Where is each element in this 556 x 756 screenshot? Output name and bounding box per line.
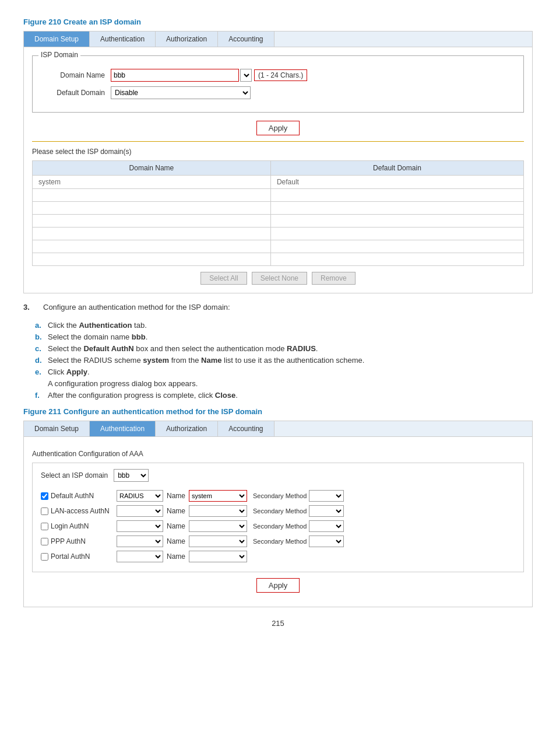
sub-step-f: f. After the configuration progress is c… bbox=[35, 391, 533, 400]
isp-domain-dropdown[interactable]: bbb bbox=[114, 469, 149, 482]
tab-domain-setup-2[interactable]: Domain Setup bbox=[24, 421, 90, 436]
figure-210-panel: Domain Setup Authentication Authorizatio… bbox=[23, 31, 533, 293]
figure-211-title: Figure 211 Configure an authentication m… bbox=[23, 407, 533, 416]
sub-step-e-indent: A configuration progress dialog box appe… bbox=[35, 379, 533, 388]
lan-authn-name[interactable] bbox=[189, 505, 247, 517]
figure-210-title: Figure 210 Create an ISP domain bbox=[23, 18, 533, 26]
secondary-method-label-login: Secondary Method bbox=[253, 523, 307, 530]
secondary-method-select-default[interactable] bbox=[309, 490, 344, 502]
domain-name-select[interactable]: ▼ bbox=[240, 69, 252, 82]
ppp-authn-method[interactable] bbox=[117, 536, 163, 547]
select-none-button[interactable]: Select None bbox=[252, 272, 307, 285]
secondary-method-label-default: Secondary Method bbox=[253, 492, 307, 499]
table-row bbox=[33, 202, 524, 215]
default-authn-checkbox[interactable] bbox=[41, 492, 48, 500]
default-domain-select[interactable]: Disable bbox=[111, 86, 251, 99]
tab-accounting-2[interactable]: Accounting bbox=[218, 421, 274, 436]
tab-authentication-2[interactable]: Authentication bbox=[90, 421, 156, 436]
lan-authn-method[interactable] bbox=[117, 505, 163, 517]
remove-button[interactable]: Remove bbox=[312, 272, 356, 285]
sub-step-b: b. Select the domain name bbb. bbox=[35, 332, 533, 341]
secondary-method-select-login[interactable] bbox=[309, 520, 344, 532]
page-number: 215 bbox=[23, 619, 533, 628]
figure-211-tabs: Domain Setup Authentication Authorizatio… bbox=[24, 421, 532, 437]
auth-row-portal: Portal AuthN Name bbox=[41, 551, 515, 562]
tab-authorization-1[interactable]: Authorization bbox=[156, 32, 218, 47]
sub-steps-list: a. Click the Authentication tab. b. Sele… bbox=[23, 321, 533, 400]
table-row bbox=[33, 253, 524, 266]
tab-domain-setup-1[interactable]: Domain Setup bbox=[24, 32, 90, 47]
default-domain-label: Default Domain bbox=[41, 89, 111, 97]
step-number: 3. bbox=[23, 303, 41, 312]
auth-row-ppp: PPP AuthN Name Secondary Method bbox=[41, 536, 515, 547]
tab-authentication-1[interactable]: Authentication bbox=[90, 32, 156, 47]
auth-form-section: Select an ISP domain bbb Default AuthN R… bbox=[32, 463, 524, 572]
instructions: 3. Configure an authentication method fo… bbox=[23, 303, 533, 402]
name-label-ppp: Name bbox=[167, 537, 185, 545]
tab-accounting-1[interactable]: Accounting bbox=[218, 32, 274, 47]
auth-row-default: Default AuthN RADIUS Name system Seconda… bbox=[41, 490, 515, 502]
isp-domain-legend: ISP Domain bbox=[38, 51, 80, 59]
select-all-button[interactable]: Select All bbox=[200, 272, 247, 285]
figure-210-content: ISP Domain Domain Name ▼ (1 - 24 Chars.)… bbox=[24, 47, 532, 293]
name-label-default: Name bbox=[167, 492, 185, 500]
apply-button-1[interactable]: Apply bbox=[256, 121, 300, 135]
portal-authn-name[interactable] bbox=[189, 551, 247, 562]
figure-211-panel: Domain Setup Authentication Authorizatio… bbox=[23, 421, 533, 607]
step-3: 3. Configure an authentication method fo… bbox=[23, 303, 533, 316]
name-label-portal: Name bbox=[167, 552, 185, 561]
auth-row-login: Login AuthN Name Secondary Method bbox=[41, 520, 515, 532]
sub-step-c: c. Select the Default AuthN box and then… bbox=[35, 344, 533, 353]
isp-domain-fieldset: ISP Domain Domain Name ▼ (1 - 24 Chars.)… bbox=[32, 55, 524, 113]
ppp-authn-label[interactable]: PPP AuthN bbox=[41, 537, 117, 545]
figure-210-tabs: Domain Setup Authentication Authorizatio… bbox=[24, 32, 532, 47]
col-domain-name: Domain Name bbox=[33, 161, 271, 176]
select-isp-text: Please select the ISP domain(s) bbox=[32, 148, 524, 156]
separator-1 bbox=[32, 141, 524, 142]
name-label-lan: Name bbox=[167, 507, 185, 515]
ppp-authn-name[interactable] bbox=[189, 536, 247, 547]
secondary-method-label-ppp: Secondary Method bbox=[253, 538, 307, 545]
chars-hint: (1 - 24 Chars.) bbox=[254, 69, 307, 81]
domain-name-row: Domain Name ▼ (1 - 24 Chars.) bbox=[41, 69, 515, 82]
select-domain-label: Select an ISP domain bbox=[41, 471, 108, 480]
ppp-authn-checkbox[interactable] bbox=[41, 538, 48, 545]
table-row bbox=[33, 189, 524, 202]
portal-authn-label[interactable]: Portal AuthN bbox=[41, 552, 117, 561]
default-authn-name[interactable]: system bbox=[189, 490, 247, 502]
table-row bbox=[33, 215, 524, 228]
sub-step-e: e. Click Apply. bbox=[35, 368, 533, 376]
table-row bbox=[33, 228, 524, 240]
table-row: system Default bbox=[33, 176, 524, 189]
login-authn-name[interactable] bbox=[189, 520, 247, 532]
domain-name-label: Domain Name bbox=[41, 71, 111, 79]
auth-row-lan: LAN-access AuthN Name Secondary Method bbox=[41, 505, 515, 517]
lan-authn-label[interactable]: LAN-access AuthN bbox=[41, 507, 117, 515]
domain-select-row: Select an ISP domain bbb bbox=[41, 469, 515, 482]
secondary-method-select-ppp[interactable] bbox=[309, 536, 344, 547]
table-buttons: Select All Select None Remove bbox=[32, 272, 524, 285]
sub-step-a: a. Click the Authentication tab. bbox=[35, 321, 533, 330]
cell-domain-name: system bbox=[33, 176, 271, 189]
login-authn-method[interactable] bbox=[117, 520, 163, 532]
table-row bbox=[33, 240, 524, 253]
default-authn-method[interactable]: RADIUS bbox=[117, 490, 163, 502]
step-text: Configure an authentication method for t… bbox=[41, 303, 230, 312]
figure-211-content: Authentication Configuration of AAA Sele… bbox=[24, 437, 532, 607]
sub-step-d: d. Select the RADIUS scheme system from … bbox=[35, 356, 533, 365]
default-authn-label[interactable]: Default AuthN bbox=[41, 492, 117, 500]
lan-authn-checkbox[interactable] bbox=[41, 508, 48, 515]
secondary-method-select-lan[interactable] bbox=[309, 505, 344, 517]
domain-name-input[interactable] bbox=[111, 69, 239, 82]
login-authn-label[interactable]: Login AuthN bbox=[41, 522, 117, 530]
portal-authn-checkbox[interactable] bbox=[41, 553, 48, 561]
domain-table: Domain Name Default Domain system Defaul… bbox=[32, 160, 524, 266]
cell-default-domain: Default bbox=[270, 176, 523, 189]
apply-button-2[interactable]: Apply bbox=[256, 578, 300, 593]
name-label-login: Name bbox=[167, 522, 185, 530]
default-domain-row: Default Domain Disable bbox=[41, 86, 515, 99]
tab-authorization-2[interactable]: Authorization bbox=[156, 421, 218, 436]
col-default-domain: Default Domain bbox=[270, 161, 523, 176]
login-authn-checkbox[interactable] bbox=[41, 523, 48, 530]
portal-authn-method[interactable] bbox=[117, 551, 163, 562]
